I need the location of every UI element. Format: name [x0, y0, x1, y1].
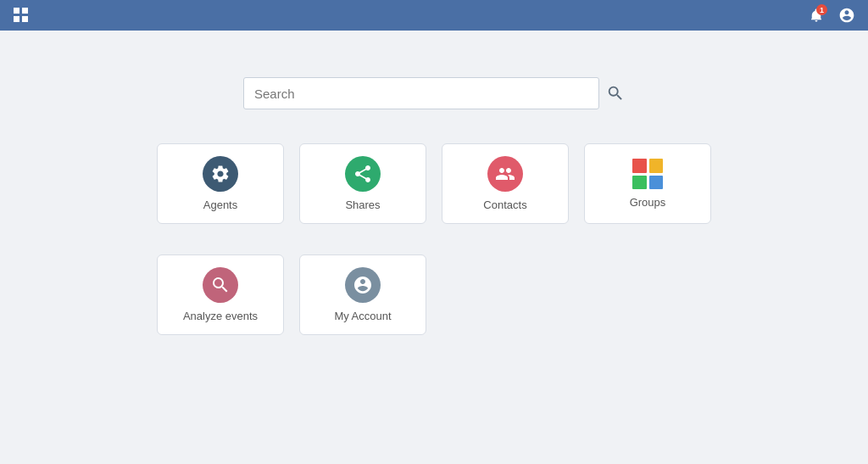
account-circle-icon — [838, 7, 855, 24]
agents-gear-icon — [210, 164, 231, 184]
groups-label: Groups — [630, 196, 666, 209]
card-groups[interactable]: Groups — [584, 143, 711, 224]
card-shares[interactable]: Shares — [299, 143, 426, 224]
contacts-icon — [495, 164, 515, 184]
navbar: 1 — [0, 0, 868, 31]
account-circle-button[interactable] — [834, 3, 860, 28]
groups-sq3 — [632, 176, 647, 190]
myaccount-icon-circle — [345, 267, 381, 303]
navbar-left — [8, 3, 34, 28]
groups-sq1 — [632, 159, 647, 173]
search-input[interactable] — [243, 77, 599, 109]
cards-grid-row2: Analyze events My Account — [157, 254, 426, 335]
cards-grid-row1: Agents Shares Contacts — [157, 143, 711, 239]
notification-badge: 1 — [816, 4, 827, 15]
myaccount-label: My Account — [334, 310, 391, 322]
agents-icon-circle — [203, 156, 238, 192]
search-icon — [606, 84, 625, 103]
contacts-icon-circle — [487, 156, 523, 192]
shares-label: Shares — [345, 198, 380, 211]
analyze-icon — [210, 275, 231, 295]
main-content: Agents Shares Contacts — [0, 31, 868, 335]
search-container — [243, 77, 625, 109]
groups-sq2 — [649, 159, 664, 173]
agents-label: Agents — [203, 198, 237, 211]
search-button[interactable] — [606, 84, 625, 103]
grid-icon — [14, 8, 29, 23]
myaccount-icon — [353, 275, 373, 295]
shares-icon — [353, 164, 373, 184]
svg-rect-1 — [22, 8, 28, 14]
svg-rect-3 — [22, 16, 28, 22]
card-contacts[interactable]: Contacts — [442, 143, 569, 224]
analyze-label: Analyze events — [183, 310, 258, 322]
svg-rect-2 — [14, 16, 19, 22]
card-myaccount[interactable]: My Account — [299, 254, 426, 335]
shares-icon-circle — [345, 156, 381, 192]
card-agents[interactable]: Agents — [157, 143, 284, 224]
groups-icon — [632, 159, 663, 189]
navbar-right: 1 — [804, 3, 860, 28]
analyze-icon-circle — [203, 267, 238, 303]
card-analyze[interactable]: Analyze events — [157, 254, 284, 335]
groups-sq4 — [649, 176, 664, 190]
notification-button[interactable]: 1 — [804, 3, 829, 28]
contacts-label: Contacts — [483, 198, 526, 211]
grid-menu-button[interactable] — [8, 3, 34, 28]
svg-rect-0 — [14, 8, 19, 14]
